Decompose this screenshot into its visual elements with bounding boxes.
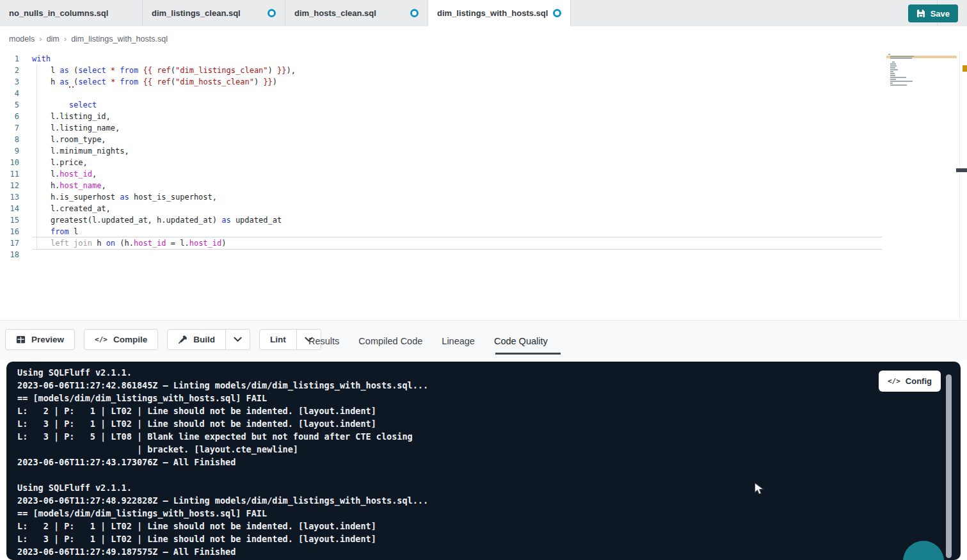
terminal-line: 2023-06-06T11:27:43.173076Z – All Finish…: [17, 456, 428, 468]
terminal-line: Using SQLFluff v2.1.1.: [17, 481, 428, 494]
editor-toolbar: Preview </> Compile Build: [0, 320, 967, 360]
minimap-line: [890, 83, 893, 84]
breadcrumb: models›dim›dim_listings_with_hosts.sql: [9, 34, 168, 44]
help-fab-button[interactable]: [903, 541, 944, 560]
compile-button-label: Compile: [113, 335, 147, 344]
panel-tab-lineage[interactable]: Lineage: [442, 336, 475, 346]
code-line: l.price,: [32, 157, 882, 168]
code-lines: with l as (select * from {{ ref("dim_lis…: [32, 53, 882, 260]
minimap-line: [890, 67, 895, 68]
breadcrumb-segment[interactable]: models: [9, 35, 35, 44]
minimap-line: [892, 61, 895, 63]
line-number: 3: [0, 76, 19, 88]
terminal-line: == [models/dim/dim_listings_with_hosts.s…: [17, 392, 428, 404]
preview-button-label: Preview: [31, 335, 64, 344]
terminal-line: L: 3 | P: 5 | LT08 | Blank line expected…: [17, 430, 428, 443]
panel-tab-compiled-code[interactable]: Compiled Code: [358, 336, 422, 346]
minimap-lines: [888, 54, 934, 88]
code-line: l.created_at,: [32, 203, 882, 214]
save-icon: [916, 9, 925, 18]
modified-indicator-icon: [268, 9, 276, 17]
lint-button-label: Lint: [270, 335, 286, 344]
editor-scrollbar-track[interactable]: [959, 51, 960, 320]
code-line: left join h on (h.host_id = l.host_id): [32, 237, 882, 249]
code-line: from l: [32, 226, 882, 237]
save-button[interactable]: Save: [908, 4, 958, 22]
breadcrumb-segment[interactable]: dim: [47, 35, 60, 44]
file-tab-strip: no_nulls_in_columns.sqldim_listings_clea…: [0, 0, 967, 26]
terminal-line: L: 2 | P: 1 | LT02 | Line should not be …: [17, 404, 428, 417]
compile-button[interactable]: </> Compile: [84, 329, 158, 350]
code-line: h as (select * from {{ ref("dim_hosts_cl…: [32, 76, 882, 88]
code-brackets-icon: </>: [95, 335, 108, 344]
minimap-line: [890, 75, 895, 76]
panel-tab-results[interactable]: Results: [308, 336, 339, 346]
code-line: with: [32, 53, 882, 65]
code-line: l.listing_id,: [32, 111, 882, 122]
preview-grid-icon: [16, 335, 26, 344]
line-number: 8: [0, 134, 19, 145]
code-line: h.is_superhost as host_is_superhost,: [32, 191, 882, 203]
file-tab[interactable]: dim_listings_clean.sql: [143, 0, 285, 26]
file-tab[interactable]: no_nulls_in_columns.sql: [0, 0, 143, 26]
code-line: l.host_id,: [32, 168, 882, 180]
terminal-line: L: 3 | P: 1 | LT02 | Line should not be …: [17, 532, 428, 545]
file-tab-label: dim_listings_with_hosts.sql: [437, 8, 548, 18]
line-number: 1: [0, 53, 19, 65]
overview-ruler-position-marker: [956, 168, 967, 172]
line-number: 2: [0, 65, 19, 76]
hammer-icon: [178, 335, 188, 344]
config-button[interactable]: </> Config: [879, 371, 941, 392]
minimap[interactable]: [888, 54, 934, 88]
toolbar-buttons: Preview </> Compile Build: [5, 329, 321, 350]
line-number: 5: [0, 99, 19, 111]
panel-tab-strip: ResultsCompiled CodeLineageCode Quality: [308, 321, 548, 361]
line-number: 13: [0, 191, 19, 203]
terminal-text: Using SQLFluff v2.1.1.2023-06-06T11:27:4…: [17, 366, 428, 558]
code-line: h.host_name,: [32, 180, 882, 191]
chevron-down-icon: [234, 337, 242, 342]
file-tab[interactable]: dim_hosts_clean.sql: [285, 0, 428, 26]
overview-ruler-warning-marker: [963, 65, 967, 72]
code-line: [32, 249, 882, 260]
build-button-label: Build: [193, 335, 215, 344]
minimap-line: [890, 63, 896, 65]
line-number: 12: [0, 180, 19, 191]
breadcrumb-segment[interactable]: dim_listings_with_hosts.sql: [71, 35, 168, 44]
breadcrumb-separator: ›: [39, 34, 42, 44]
code-line: l.room_type,: [32, 134, 882, 145]
mouse-cursor: [754, 482, 765, 499]
code-line: select: [32, 99, 882, 111]
file-tab-label: dim_listings_clean.sql: [152, 8, 241, 18]
minimap-line: [890, 71, 894, 72]
line-number: 15: [0, 214, 19, 226]
minimap-line: [890, 77, 906, 78]
minimap-line: [890, 79, 896, 80]
build-button[interactable]: Build: [167, 329, 226, 350]
terminal-line: L: 2 | P: 1 | LT02 | Line should not be …: [17, 520, 428, 532]
code-line: l as (select * from {{ ref("dim_listings…: [32, 65, 882, 76]
lint-button[interactable]: Lint: [259, 329, 297, 350]
line-number: 4: [0, 88, 19, 99]
code-editor[interactable]: 123456789101112131415161718 with l as (s…: [0, 51, 967, 320]
terminal-line: L: 3 | P: 1 | LT02 | Line should not be …: [17, 417, 428, 430]
terminal-panel[interactable]: Using SQLFluff v2.1.1.2023-06-06T11:27:4…: [6, 362, 961, 560]
terminal-line: | bracket. [layout.cte_newline]: [17, 443, 428, 456]
line-number: 18: [0, 249, 19, 260]
minimap-line: [890, 81, 913, 82]
minimap-line: [890, 56, 914, 57]
file-tab-label: dim_hosts_clean.sql: [294, 8, 376, 18]
preview-button[interactable]: Preview: [5, 329, 75, 350]
build-dropdown-button[interactable]: [226, 329, 250, 350]
terminal-line: 2023-06-06T11:27:42.861845Z – Linting mo…: [17, 379, 428, 392]
terminal-line: == [models/dim/dim_listings_with_hosts.s…: [17, 507, 428, 520]
minimap-line: [890, 69, 898, 70]
terminal-blank-line: [17, 468, 428, 481]
terminal-scrollbar-thumb[interactable]: [946, 374, 952, 558]
line-number: 11: [0, 168, 19, 180]
terminal-line: 2023-06-06T11:27:49.187575Z – All Finish…: [17, 545, 428, 558]
line-number: 7: [0, 122, 19, 134]
file-tab[interactable]: dim_listings_with_hosts.sql: [428, 0, 571, 26]
minimap-line: [888, 54, 890, 55]
panel-tab-code-quality[interactable]: Code Quality: [494, 336, 548, 346]
